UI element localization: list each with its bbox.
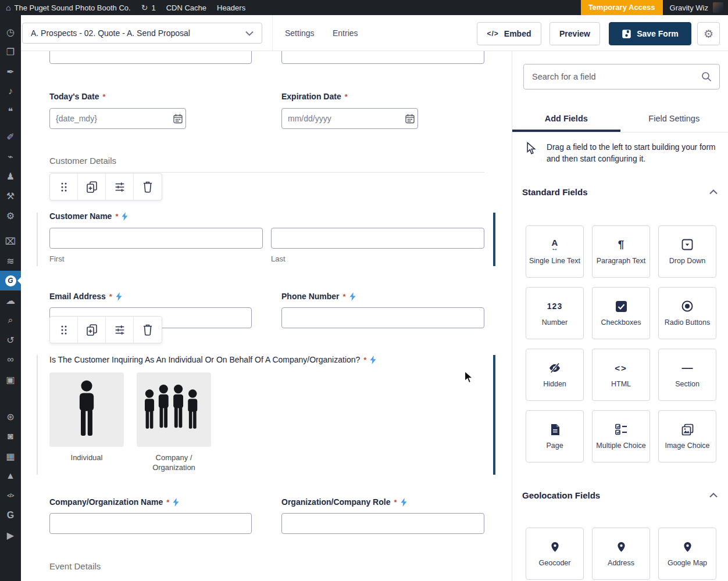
- field-button-page[interactable]: Page: [526, 410, 584, 462]
- sidebar-item-media[interactable]: ♪: [0, 81, 21, 101]
- comments-icon: ❝: [8, 106, 13, 117]
- field-button-image-choice[interactable]: Image Choice: [658, 410, 716, 462]
- users-icon: ♟: [6, 171, 15, 182]
- form-switcher-dropdown[interactable]: A. Prospects - 02. Quote - A. Send Propo…: [22, 23, 262, 44]
- sidebar-item-pages[interactable]: ❐: [0, 42, 21, 62]
- field-button-multiple-choice[interactable]: Multiple Choice: [592, 410, 650, 462]
- expiration-date-field-label: Expiration Date *: [281, 92, 348, 101]
- save-form-button[interactable]: Save Form: [609, 22, 691, 45]
- image-choice-individual[interactable]: [49, 372, 124, 447]
- infinity-icon: ∞: [7, 354, 13, 365]
- delete-field-button[interactable]: [134, 174, 162, 200]
- field-button-html[interactable]: <> HTML: [592, 349, 650, 401]
- people-group-icon: [142, 381, 205, 439]
- field-settings-button[interactable]: [106, 174, 134, 200]
- todays-date-input[interactable]: [49, 108, 186, 129]
- field-button-google-map[interactable]: Google Map: [658, 528, 716, 580]
- temporary-access-badge[interactable]: Temporary Access: [581, 0, 663, 15]
- field-selection-bar: [493, 213, 495, 266]
- image-choice-company[interactable]: [137, 372, 211, 447]
- company-role-input[interactable]: [281, 513, 484, 534]
- cropped-field-input-right[interactable]: [281, 51, 484, 64]
- sidebar-item-gravity-forms[interactable]: G: [0, 271, 21, 290]
- drag-handle-button[interactable]: [50, 174, 78, 200]
- single-line-text-icon: A↔: [551, 238, 558, 252]
- tab-add-fields[interactable]: Add Fields: [512, 105, 620, 132]
- field-search-input[interactable]: [523, 64, 720, 89]
- sidebar-item-comments[interactable]: ❝: [0, 101, 21, 121]
- field-settings-button[interactable]: [106, 317, 134, 343]
- sidebar-item-posts[interactable]: ✒: [0, 62, 21, 81]
- camera-icon: ◙: [8, 431, 13, 442]
- avatar[interactable]: [713, 2, 723, 13]
- sidebar-item-calendar[interactable]: ▦: [0, 446, 21, 466]
- sidebar-item-search[interactable]: ⌕: [0, 310, 21, 330]
- tab-field-settings[interactable]: Field Settings: [620, 105, 728, 132]
- sidebar-item-dashboard[interactable]: ◷: [0, 22, 21, 42]
- site-menu[interactable]: ⌂ The Puget Sound Photo Booth Co.: [6, 3, 131, 12]
- field-button-single-line-text[interactable]: A↔ Single Line Text: [526, 225, 584, 278]
- required-asterisk: *: [115, 212, 118, 221]
- delete-field-button[interactable]: [134, 317, 162, 343]
- sidebar-item-code[interactable]: </>: [0, 486, 21, 505]
- inquiry-field-label: Is The Customer Inquiring As An Individu…: [49, 355, 376, 364]
- sidebar-item-video[interactable]: ▶: [0, 525, 21, 545]
- sidebar-item-plugins[interactable]: ⌁: [0, 146, 21, 166]
- field-button-geocoder[interactable]: Geocoder: [526, 528, 584, 580]
- drag-handle-button[interactable]: [50, 317, 78, 343]
- sidebar-item-infinity[interactable]: ∞: [0, 350, 21, 370]
- sidebar-item-appearance[interactable]: ✐: [0, 127, 21, 146]
- expiration-date-input[interactable]: [281, 108, 418, 129]
- duplicate-field-button[interactable]: [78, 317, 106, 343]
- cropped-field-input-left[interactable]: [49, 51, 252, 64]
- section-title: Event Details: [49, 561, 101, 571]
- sidebar-item-cookie[interactable]: ⊛: [0, 407, 21, 426]
- field-button-section[interactable]: — Section: [658, 349, 716, 401]
- sidebar-item-delta[interactable]: ▲: [0, 466, 21, 486]
- settings-link[interactable]: Settings: [285, 15, 315, 51]
- sidebar-item-screen[interactable]: ⌧: [0, 231, 21, 251]
- field-button-drop-down[interactable]: Drop Down: [658, 225, 716, 278]
- form-editor-settings-button[interactable]: ⚙: [697, 22, 720, 45]
- headers-menu[interactable]: Headers: [217, 3, 245, 12]
- sidebar-item-settings[interactable]: ⚙: [0, 206, 21, 225]
- field-button-hidden[interactable]: Hidden: [526, 349, 584, 401]
- field-button-paragraph-text[interactable]: ¶ Paragraph Text: [592, 225, 650, 278]
- calendar-icon: ▦: [6, 451, 15, 462]
- mouse-cursor: [464, 371, 474, 386]
- field-label-text: Organization/Company Role: [281, 497, 390, 507]
- field-button-address[interactable]: Address: [592, 528, 650, 580]
- field-label-text: Is The Customer Inquiring As An Individu…: [49, 355, 360, 364]
- customer-name-first-input[interactable]: [49, 228, 263, 249]
- phone-input[interactable]: [281, 307, 484, 328]
- field-button-radio-buttons[interactable]: Radio Buttons: [658, 287, 716, 339]
- field-button-number[interactable]: 123 Number: [526, 287, 584, 339]
- sidebar-item-cloud[interactable]: ☁: [0, 290, 21, 310]
- required-asterisk: *: [343, 292, 346, 301]
- entries-link[interactable]: Entries: [333, 15, 358, 51]
- field-button-checkboxes[interactable]: Checkboxes: [592, 287, 650, 339]
- cdn-cache-menu[interactable]: CDN Cache: [166, 3, 206, 12]
- site-name[interactable]: The Puget Sound Photo Booth Co.: [14, 3, 130, 12]
- account-name[interactable]: Gravity Wiz: [670, 3, 708, 12]
- headers-label: Headers: [217, 3, 245, 12]
- sidebar-item-gallery[interactable]: ▣: [0, 370, 21, 389]
- hidden-eye-icon: [548, 361, 561, 375]
- embed-button[interactable]: </> Embed: [477, 22, 541, 45]
- standard-fields-header[interactable]: Standard Fields: [522, 187, 718, 197]
- sidebar-item-users[interactable]: ♟: [0, 166, 21, 186]
- required-asterisk: *: [363, 356, 366, 364]
- sidebar-item-google[interactable]: G: [0, 505, 21, 525]
- tools-icon: ⚒: [6, 191, 15, 202]
- company-name-input[interactable]: [49, 513, 252, 534]
- sidebar-item-flows[interactable]: ≋: [0, 251, 21, 271]
- sidebar-item-sync[interactable]: ↺: [0, 330, 21, 350]
- duplicate-field-button[interactable]: [78, 174, 106, 200]
- updates-menu[interactable]: ↻ 1: [141, 3, 156, 12]
- preview-button[interactable]: Preview: [549, 22, 600, 45]
- customer-name-last-input[interactable]: [271, 228, 484, 249]
- sidebar-item-camera[interactable]: ◙: [0, 426, 21, 446]
- sidebar-item-tools[interactable]: ⚒: [0, 186, 21, 206]
- image-choice-icon: [681, 422, 694, 436]
- geolocation-fields-header[interactable]: Geolocation Fields: [522, 490, 718, 500]
